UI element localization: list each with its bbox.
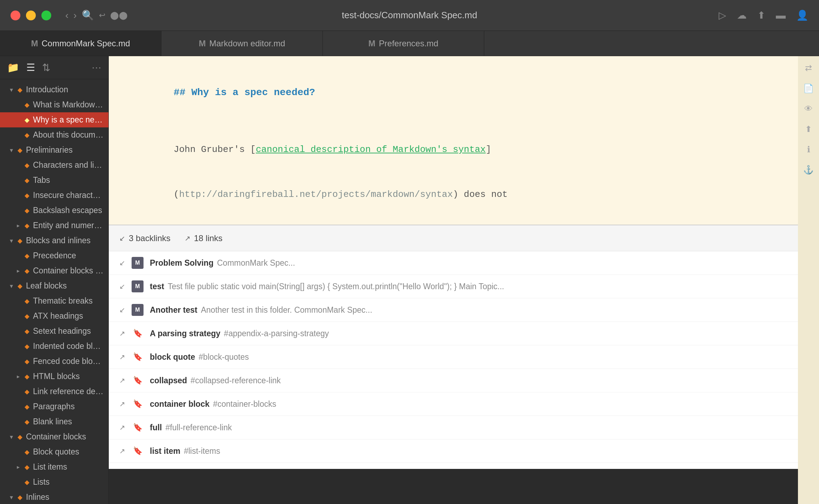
sidebar-item-block-quotes[interactable]: ◆ Block quotes [0, 444, 108, 459]
chevron-down-icon: ▾ [10, 282, 18, 290]
info-icon[interactable]: ℹ [807, 145, 810, 154]
sidebar-item-insecure[interactable]: ◆ Insecure characters [0, 188, 108, 203]
sidebar: 📁 ☰ ⇅ ⋯ ▾ ◆ Introduction ◆ What is Markd… [0, 56, 109, 504]
folder-icon: ◆ [18, 433, 22, 441]
sidebar-item-atx-headings[interactable]: ◆ ATX headings [0, 309, 108, 324]
share-icon[interactable]: ⬆ [757, 9, 765, 21]
links-tab[interactable]: ↗ 18 links [185, 233, 222, 243]
main-layout: 📁 ☰ ⇅ ⋯ ▾ ◆ Introduction ◆ What is Markd… [0, 56, 819, 504]
folder-icon: ◆ [18, 237, 22, 245]
group-label: Preliminaries [26, 145, 73, 155]
sidebar-item-link-ref[interactable]: ◆ Link reference definitions [0, 384, 108, 399]
link-arrow-icon: ↙ [119, 306, 125, 314]
link-item-test[interactable]: ↙ M test Test file public static void ma… [109, 275, 819, 298]
text-segment: John Gruber's [ [174, 144, 256, 155]
sidebar-item-paragraphs[interactable]: ◆ Paragraphs [0, 399, 108, 414]
sidebar-item-tabs[interactable]: ◆ Tabs [0, 173, 108, 188]
diamond-icon: ◆ [25, 222, 29, 230]
folder-icon[interactable]: 📁 [7, 62, 19, 73]
item-label: Setext headings [33, 326, 91, 336]
links-panel: ↙ 3 backlinks ↗ 18 links ✕ ↙ M Problem S… [109, 225, 819, 469]
more-icon[interactable]: ⋯ [92, 62, 101, 73]
anchor-icon[interactable]: ⚓ [803, 165, 814, 175]
link-item-collapsed[interactable]: ↗ 🔖 collapsed #collapsed-reference-link [109, 369, 819, 392]
sidebar-item-lists[interactable]: ◆ Lists [0, 475, 108, 490]
sidebar-item-fenced-code[interactable]: ◆ Fenced code blocks [0, 354, 108, 369]
links-label: 18 links [194, 233, 222, 243]
item-label: Characters and lines [33, 160, 104, 170]
sidebar-item-setext[interactable]: ◆ Setext headings [0, 324, 108, 339]
link-item-shortcut[interactable]: ↗ 🔖 shortcut #shortcut-reference-link [109, 463, 819, 469]
sidebar-group-preliminaries[interactable]: ▾ ◆ Preliminaries [0, 142, 108, 158]
tab-label-0: CommonMark Spec.md [41, 39, 130, 48]
link-item-list-item[interactable]: ↗ 🔖 list item #list-items [109, 439, 819, 463]
tab-commonmark[interactable]: M CommonMark Spec.md [0, 31, 161, 56]
diamond-icon: ◆ [25, 267, 29, 275]
sidebar-item-container-leaf[interactable]: ▸ ◆ Container blocks and leaf blo... [0, 263, 108, 278]
sidebar-item-list-items[interactable]: ▸ ◆ List items [0, 459, 108, 475]
sidebar-item-precedence[interactable]: ◆ Precedence [0, 248, 108, 263]
note-icon[interactable]: 📄 [803, 84, 814, 93]
diamond-icon: ◆ [25, 388, 29, 396]
sidebar-group-introduction[interactable]: ▾ ◆ Introduction [0, 82, 108, 97]
tab-markdown-editor[interactable]: M Markdown editor.md [161, 31, 323, 56]
account-icon[interactable]: 👤 [796, 9, 808, 21]
link-item-container-block[interactable]: ↗ 🔖 container block #container-blocks [109, 392, 819, 416]
search-icon[interactable]: 🔍 [82, 9, 94, 21]
backlinks-tab[interactable]: ↙ 3 backlinks [119, 233, 171, 243]
item-label: Why is a spec needed? [33, 115, 104, 125]
play-icon[interactable]: ▷ [719, 9, 726, 21]
link-item-parsing-strategy[interactable]: ↗ 🔖 A parsing strategy #appendix-a-parsi… [109, 322, 819, 345]
item-label: Insecure characters [33, 191, 104, 200]
sidebar-item-characters-lines[interactable]: ◆ Characters and lines [0, 158, 108, 173]
folder-icon: ◆ [18, 86, 22, 94]
reader-icon[interactable]: ▬ [776, 10, 786, 21]
preview-icon[interactable]: 👁 [804, 104, 813, 114]
link-desc: #collapsed-reference-link [191, 376, 281, 385]
share-icon[interactable]: ⬆ [805, 124, 812, 134]
links-icon[interactable]: ⇄ [805, 63, 812, 73]
tab-preferences[interactable]: M Preferences.md [323, 31, 484, 56]
chevron-down-icon: ▾ [10, 237, 18, 245]
link-item-block-quote[interactable]: ↗ 🔖 block quote #block-quotes [109, 345, 819, 369]
sidebar-item-indented-code[interactable]: ◆ Indented code blocks [0, 339, 108, 354]
tabbar: M CommonMark Spec.md M Markdown editor.m… [0, 31, 819, 56]
link-item-problem-solving[interactable]: ↙ M Problem Solving CommonMark Spec... [109, 251, 819, 275]
close-button[interactable] [11, 11, 20, 20]
forward-button[interactable]: › [73, 10, 76, 21]
tab-prefix-2: M [368, 39, 375, 48]
sidebar-item-html-blocks[interactable]: ▸ ◆ HTML blocks [0, 369, 108, 384]
chevron-down-icon: ▾ [10, 493, 18, 501]
list-icon[interactable]: ☰ [26, 62, 35, 73]
sidebar-item-blank-lines[interactable]: ◆ Blank lines [0, 414, 108, 429]
back-icon2[interactable]: ↩ [99, 11, 105, 20]
item-label: What is Markdown? [33, 100, 104, 110]
item-label: Paragraphs [33, 402, 75, 411]
link-item-another-test[interactable]: ↙ M Another test Another test in this fo… [109, 298, 819, 322]
maximize-button[interactable] [41, 11, 51, 20]
sidebar-item-why-spec[interactable]: ◆ Why is a spec needed? [0, 112, 108, 127]
editor-content[interactable]: ## Why is a spec needed? John Gruber's [… [109, 56, 819, 225]
sidebar-group-inlines[interactable]: ▾ ◆ Inlines [0, 490, 108, 504]
back-button[interactable]: ‹ [65, 10, 68, 21]
sort-icon[interactable]: ⇅ [42, 62, 50, 73]
sidebar-item-entity[interactable]: ▸ ◆ Entity and numeric character... [0, 218, 108, 233]
group-label: Inlines [26, 492, 49, 502]
link-type-md-icon: M [132, 280, 144, 292]
sidebar-group-blocks-inlines[interactable]: ▾ ◆ Blocks and inlines [0, 233, 108, 248]
chevron-down-icon: ▾ [10, 146, 18, 154]
diamond-icon: ◆ [25, 161, 29, 169]
folder-icon: ◆ [18, 282, 22, 290]
link-desc: #appendix-a-parsing-strategy [224, 329, 329, 338]
sidebar-item-about[interactable]: ◆ About this document [0, 127, 108, 142]
nav-buttons: ‹ › [65, 10, 77, 21]
link-item-full[interactable]: ↗ 🔖 full #full-reference-link [109, 416, 819, 439]
minimize-button[interactable] [26, 11, 36, 20]
sidebar-item-thematic-breaks[interactable]: ◆ Thematic breaks [0, 293, 108, 309]
upload-icon[interactable]: ☁ [737, 9, 747, 21]
sidebar-group-leaf-blocks[interactable]: ▾ ◆ Leaf blocks [0, 278, 108, 293]
dots-icon[interactable]: ⬤⬤ [110, 11, 128, 20]
sidebar-item-backslash[interactable]: ◆ Backslash escapes [0, 203, 108, 218]
sidebar-item-what-is-markdown[interactable]: ◆ What is Markdown? [0, 97, 108, 112]
sidebar-group-container-blocks[interactable]: ▾ ◆ Container blocks [0, 429, 108, 444]
